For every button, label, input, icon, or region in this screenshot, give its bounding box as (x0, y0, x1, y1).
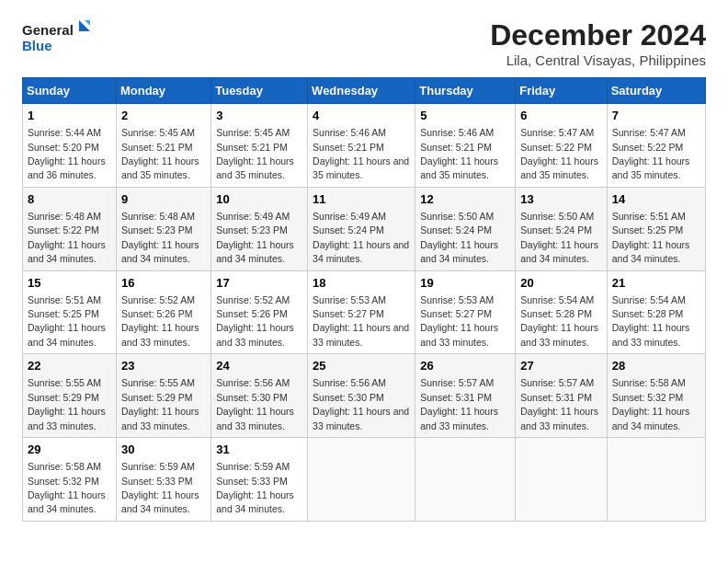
svg-marker-3 (85, 20, 90, 26)
day-number: 25 (313, 358, 410, 374)
calendar-cell: 7Sunrise: 5:47 AMSunset: 5:22 PMDaylight… (607, 104, 705, 188)
calendar-cell: 10Sunrise: 5:49 AMSunset: 5:23 PMDayligh… (211, 187, 308, 270)
calendar-cell: 8Sunrise: 5:48 AMSunset: 5:22 PMDaylight… (23, 187, 117, 270)
day-info: Sunrise: 5:46 AMSunset: 5:21 PMDaylight:… (313, 127, 409, 180)
day-info: Sunrise: 5:50 AMSunset: 5:24 PMDaylight:… (420, 211, 498, 264)
calendar-cell: 16Sunrise: 5:52 AMSunset: 5:26 PMDayligh… (116, 270, 210, 354)
calendar-cell: 6Sunrise: 5:47 AMSunset: 5:22 PMDaylight… (516, 104, 607, 188)
day-info: Sunrise: 5:55 AMSunset: 5:29 PMDaylight:… (121, 377, 199, 431)
calendar-cell (607, 438, 705, 522)
day-number: 28 (612, 358, 700, 374)
calendar-cell: 11Sunrise: 5:49 AMSunset: 5:24 PMDayligh… (308, 187, 415, 270)
calendar-cell (308, 438, 415, 522)
day-info: Sunrise: 5:59 AMSunset: 5:33 PMDaylight:… (216, 461, 294, 514)
calendar-cell: 21Sunrise: 5:54 AMSunset: 5:28 PMDayligh… (607, 270, 705, 354)
day-number: 24 (216, 358, 302, 374)
day-info: Sunrise: 5:48 AMSunset: 5:22 PMDaylight:… (28, 211, 106, 264)
day-info: Sunrise: 5:59 AMSunset: 5:33 PMDaylight:… (121, 461, 199, 514)
day-info: Sunrise: 5:49 AMSunset: 5:24 PMDaylight:… (313, 211, 409, 264)
calendar-cell: 5Sunrise: 5:46 AMSunset: 5:21 PMDaylight… (415, 104, 516, 188)
calendar-cell: 13Sunrise: 5:50 AMSunset: 5:24 PMDayligh… (516, 187, 607, 270)
calendar-week-row: 22Sunrise: 5:55 AMSunset: 5:29 PMDayligh… (23, 354, 706, 438)
day-number: 23 (121, 358, 206, 374)
calendar-cell: 27Sunrise: 5:57 AMSunset: 5:31 PMDayligh… (516, 354, 607, 438)
day-number: 11 (313, 191, 410, 208)
day-info: Sunrise: 5:58 AMSunset: 5:32 PMDaylight:… (28, 461, 106, 514)
day-info: Sunrise: 5:47 AMSunset: 5:22 PMDaylight:… (612, 127, 690, 180)
day-info: Sunrise: 5:58 AMSunset: 5:32 PMDaylight:… (612, 377, 690, 431)
calendar-week-row: 15Sunrise: 5:51 AMSunset: 5:25 PMDayligh… (23, 270, 706, 354)
day-info: Sunrise: 5:54 AMSunset: 5:28 PMDaylight:… (520, 294, 598, 348)
day-info: Sunrise: 5:56 AMSunset: 5:30 PMDaylight:… (313, 377, 409, 431)
calendar-cell: 9Sunrise: 5:48 AMSunset: 5:23 PMDaylight… (116, 187, 210, 270)
calendar-week-row: 8Sunrise: 5:48 AMSunset: 5:22 PMDaylight… (23, 187, 706, 270)
calendar-cell: 23Sunrise: 5:55 AMSunset: 5:29 PMDayligh… (116, 354, 210, 438)
col-monday: Monday (116, 78, 210, 104)
title-area: December 2024 Lila, Central Visayas, Phi… (490, 18, 706, 68)
calendar-cell: 14Sunrise: 5:51 AMSunset: 5:25 PMDayligh… (607, 187, 705, 270)
header-row: Sunday Monday Tuesday Wednesday Thursday… (23, 78, 706, 104)
day-number: 16 (121, 275, 206, 292)
calendar-cell: 19Sunrise: 5:53 AMSunset: 5:27 PMDayligh… (415, 270, 516, 354)
day-number: 22 (28, 358, 111, 374)
day-number: 1 (28, 108, 111, 124)
calendar-body: 1Sunrise: 5:44 AMSunset: 5:20 PMDaylight… (23, 104, 706, 522)
calendar-cell: 3Sunrise: 5:45 AMSunset: 5:21 PMDaylight… (211, 104, 308, 188)
day-number: 8 (28, 191, 111, 208)
day-info: Sunrise: 5:51 AMSunset: 5:25 PMDaylight:… (612, 211, 690, 264)
calendar-cell: 30Sunrise: 5:59 AMSunset: 5:33 PMDayligh… (116, 438, 210, 522)
calendar-cell: 12Sunrise: 5:50 AMSunset: 5:24 PMDayligh… (415, 187, 516, 270)
day-number: 13 (520, 191, 601, 208)
svg-text:Blue: Blue (22, 38, 52, 53)
col-wednesday: Wednesday (308, 78, 415, 104)
day-info: Sunrise: 5:53 AMSunset: 5:27 PMDaylight:… (420, 294, 498, 348)
subtitle: Lila, Central Visayas, Philippines (490, 52, 706, 68)
logo-svg: General Blue (22, 18, 96, 59)
day-info: Sunrise: 5:50 AMSunset: 5:24 PMDaylight:… (520, 211, 598, 264)
day-info: Sunrise: 5:48 AMSunset: 5:23 PMDaylight:… (121, 211, 199, 264)
calendar-cell: 15Sunrise: 5:51 AMSunset: 5:25 PMDayligh… (23, 270, 117, 354)
calendar-cell (415, 438, 516, 522)
calendar-week-row: 1Sunrise: 5:44 AMSunset: 5:20 PMDaylight… (23, 104, 706, 188)
calendar-cell: 4Sunrise: 5:46 AMSunset: 5:21 PMDaylight… (308, 104, 415, 188)
day-number: 30 (121, 442, 206, 458)
day-info: Sunrise: 5:51 AMSunset: 5:25 PMDaylight:… (28, 294, 106, 348)
day-number: 14 (612, 191, 700, 208)
day-number: 15 (28, 275, 111, 292)
day-info: Sunrise: 5:47 AMSunset: 5:22 PMDaylight:… (520, 127, 598, 180)
calendar-cell: 20Sunrise: 5:54 AMSunset: 5:28 PMDayligh… (516, 270, 607, 354)
col-saturday: Saturday (607, 78, 705, 104)
day-info: Sunrise: 5:57 AMSunset: 5:31 PMDaylight:… (420, 377, 498, 431)
calendar-week-row: 29Sunrise: 5:58 AMSunset: 5:32 PMDayligh… (23, 438, 706, 522)
calendar-cell: 28Sunrise: 5:58 AMSunset: 5:32 PMDayligh… (607, 354, 705, 438)
col-friday: Friday (516, 78, 607, 104)
col-tuesday: Tuesday (211, 78, 308, 104)
day-number: 5 (420, 108, 510, 124)
day-number: 9 (121, 191, 206, 208)
logo: General Blue (22, 18, 96, 59)
day-info: Sunrise: 5:44 AMSunset: 5:20 PMDaylight:… (28, 127, 106, 180)
day-info: Sunrise: 5:54 AMSunset: 5:28 PMDaylight:… (612, 294, 690, 348)
day-number: 29 (28, 442, 111, 458)
day-number: 20 (520, 275, 601, 292)
day-number: 7 (612, 108, 700, 124)
calendar-cell: 24Sunrise: 5:56 AMSunset: 5:30 PMDayligh… (211, 354, 308, 438)
day-number: 31 (216, 442, 302, 458)
calendar-cell: 25Sunrise: 5:56 AMSunset: 5:30 PMDayligh… (308, 354, 415, 438)
calendar-cell: 31Sunrise: 5:59 AMSunset: 5:33 PMDayligh… (211, 438, 308, 522)
header: General Blue December 2024 Lila, Central… (22, 18, 706, 68)
calendar-cell: 26Sunrise: 5:57 AMSunset: 5:31 PMDayligh… (415, 354, 516, 438)
day-number: 26 (420, 358, 510, 374)
day-info: Sunrise: 5:53 AMSunset: 5:27 PMDaylight:… (313, 294, 409, 348)
day-info: Sunrise: 5:49 AMSunset: 5:23 PMDaylight:… (216, 211, 294, 264)
calendar-cell: 2Sunrise: 5:45 AMSunset: 5:21 PMDaylight… (116, 104, 210, 188)
day-info: Sunrise: 5:45 AMSunset: 5:21 PMDaylight:… (216, 127, 294, 180)
day-info: Sunrise: 5:55 AMSunset: 5:29 PMDaylight:… (28, 377, 106, 431)
day-number: 6 (520, 108, 601, 124)
day-number: 19 (420, 275, 510, 292)
day-info: Sunrise: 5:52 AMSunset: 5:26 PMDaylight:… (216, 294, 294, 348)
calendar-table: Sunday Monday Tuesday Wednesday Thursday… (22, 77, 706, 522)
day-info: Sunrise: 5:52 AMSunset: 5:26 PMDaylight:… (121, 294, 199, 348)
svg-text:General: General (22, 22, 74, 38)
day-info: Sunrise: 5:46 AMSunset: 5:21 PMDaylight:… (420, 127, 498, 180)
